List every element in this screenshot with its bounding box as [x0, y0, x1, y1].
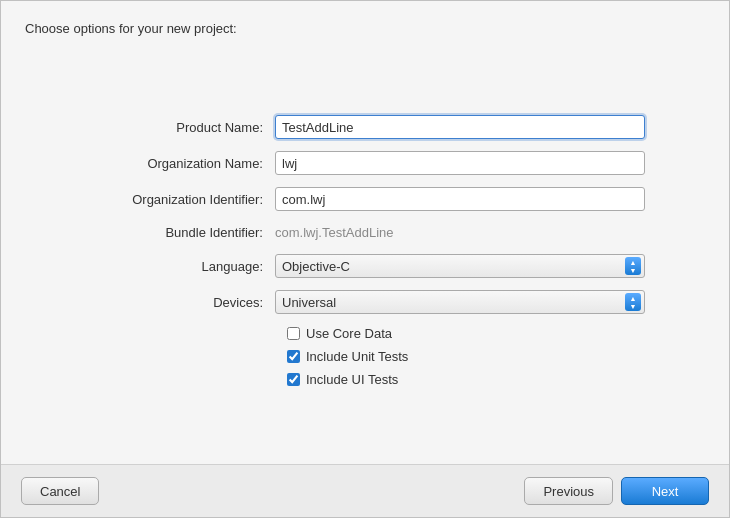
- language-row: Language: Objective-C Swift: [85, 254, 645, 278]
- dialog-body: Product Name: Organization Name: Organiz…: [1, 46, 729, 464]
- devices-label: Devices:: [85, 295, 275, 310]
- dialog: Choose options for your new project: Pro…: [0, 0, 730, 518]
- devices-select-wrapper: Universal iPhone iPad: [275, 290, 645, 314]
- language-label: Language:: [85, 259, 275, 274]
- include-unit-tests-checkbox[interactable]: [287, 350, 300, 363]
- form: Product Name: Organization Name: Organiz…: [85, 115, 645, 395]
- include-unit-tests-label: Include Unit Tests: [306, 349, 408, 364]
- devices-select[interactable]: Universal iPhone iPad: [275, 290, 645, 314]
- org-id-input[interactable]: [275, 187, 645, 211]
- dialog-header: Choose options for your new project:: [1, 1, 729, 46]
- product-name-row: Product Name:: [85, 115, 645, 139]
- bundle-id-value: com.lwj.TestAddLine: [275, 223, 645, 242]
- use-core-data-row: Use Core Data: [85, 326, 645, 341]
- org-name-input[interactable]: [275, 151, 645, 175]
- footer-right: Previous Next: [524, 477, 709, 505]
- dialog-title: Choose options for your new project:: [25, 21, 237, 36]
- footer-left: Cancel: [21, 477, 99, 505]
- org-id-label: Organization Identifier:: [85, 192, 275, 207]
- use-core-data-label: Use Core Data: [306, 326, 392, 341]
- bundle-id-label: Bundle Identifier:: [85, 225, 275, 240]
- language-select[interactable]: Objective-C Swift: [275, 254, 645, 278]
- cancel-button[interactable]: Cancel: [21, 477, 99, 505]
- org-name-row: Organization Name:: [85, 151, 645, 175]
- previous-button[interactable]: Previous: [524, 477, 613, 505]
- devices-row: Devices: Universal iPhone iPad: [85, 290, 645, 314]
- use-core-data-checkbox[interactable]: [287, 327, 300, 340]
- include-ui-tests-row: Include UI Tests: [85, 372, 645, 387]
- include-ui-tests-label: Include UI Tests: [306, 372, 398, 387]
- org-id-row: Organization Identifier:: [85, 187, 645, 211]
- next-button[interactable]: Next: [621, 477, 709, 505]
- include-ui-tests-checkbox[interactable]: [287, 373, 300, 386]
- org-name-label: Organization Name:: [85, 156, 275, 171]
- bundle-id-row: Bundle Identifier: com.lwj.TestAddLine: [85, 223, 645, 242]
- language-select-wrapper: Objective-C Swift: [275, 254, 645, 278]
- product-name-input[interactable]: [275, 115, 645, 139]
- dialog-footer: Cancel Previous Next: [1, 464, 729, 517]
- include-unit-tests-row: Include Unit Tests: [85, 349, 645, 364]
- product-name-label: Product Name:: [85, 120, 275, 135]
